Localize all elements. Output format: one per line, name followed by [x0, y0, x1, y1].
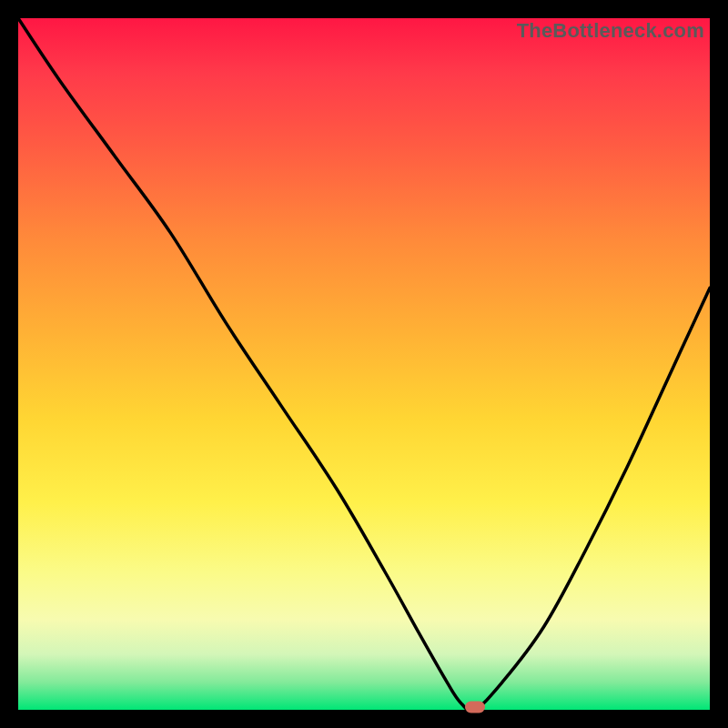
curve-path — [18, 18, 710, 711]
bottleneck-curve — [18, 18, 710, 710]
chart-frame: TheBottleneck.com — [18, 18, 710, 710]
optimal-point-marker — [465, 702, 485, 713]
